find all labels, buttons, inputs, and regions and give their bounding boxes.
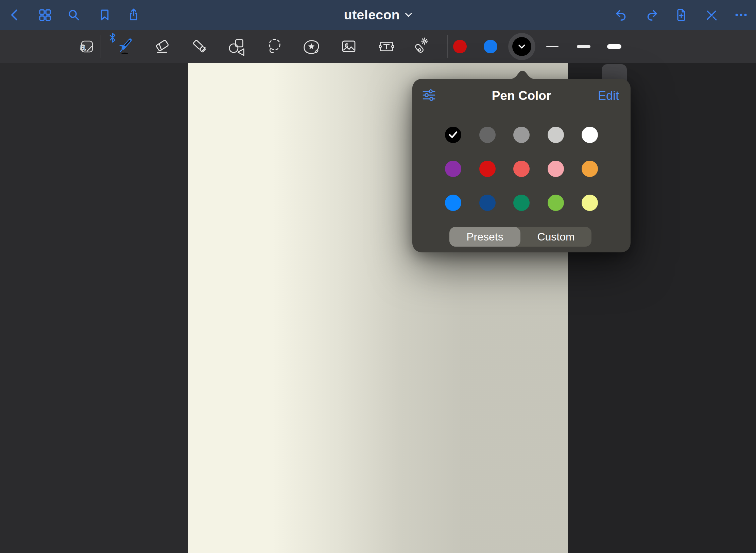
canvas-area xyxy=(0,63,756,553)
pen-settings-sliders-icon[interactable] xyxy=(423,89,435,103)
stroke-medium-button[interactable] xyxy=(577,45,590,48)
document-title[interactable]: utelecon xyxy=(344,7,412,22)
chevron-down-icon xyxy=(518,44,526,49)
popover-header: Pen Color Edit xyxy=(412,79,631,113)
swatch-row-3 xyxy=(445,195,598,211)
grid-icon[interactable] xyxy=(37,7,53,23)
color-swatch-dark-gray[interactable] xyxy=(479,127,496,143)
quick-color-blue[interactable] xyxy=(484,40,497,53)
color-swatch-coral[interactable] xyxy=(513,161,530,177)
stylus-mode-icon[interactable] xyxy=(703,7,719,23)
popover-title: Pen Color xyxy=(492,89,551,103)
stroke-thick-button[interactable] xyxy=(607,44,621,49)
share-icon[interactable] xyxy=(126,7,141,23)
bluetooth-icon xyxy=(108,32,117,43)
presets-custom-segmented-control: Presets Custom xyxy=(449,227,591,247)
redo-icon[interactable] xyxy=(644,7,659,23)
color-swatch-black-selected[interactable] xyxy=(445,127,461,143)
stroke-thin-button[interactable] xyxy=(546,46,559,47)
text-tool[interactable] xyxy=(376,36,397,57)
check-icon xyxy=(449,131,458,139)
color-swatch-orange[interactable] xyxy=(582,161,598,177)
color-swatch-yellow[interactable] xyxy=(582,195,598,211)
color-swatch-blue[interactable] xyxy=(445,195,461,211)
back-icon[interactable] xyxy=(7,7,23,23)
svg-text:a: a xyxy=(80,41,86,52)
tab-custom[interactable]: Custom xyxy=(520,227,591,247)
color-swatch-purple[interactable] xyxy=(445,161,461,177)
highlighter-tool[interactable] xyxy=(190,36,210,57)
toolbar-separator xyxy=(101,35,101,58)
top-navigation-bar: utelecon xyxy=(0,0,756,30)
drawing-toolbar: a xyxy=(0,30,756,63)
pen-tool[interactable] xyxy=(115,36,135,57)
color-swatch-red[interactable] xyxy=(479,161,496,177)
bookmark-icon[interactable] xyxy=(97,7,113,23)
image-tool[interactable] xyxy=(339,36,359,57)
popover-arrow xyxy=(509,70,536,79)
color-swatch-gray[interactable] xyxy=(513,127,530,143)
quick-color-red[interactable] xyxy=(453,40,467,53)
more-icon[interactable] xyxy=(733,7,749,23)
pointer-tool[interactable] xyxy=(410,36,431,57)
zoom-window-tool[interactable]: a xyxy=(76,36,97,57)
color-swatch-navy[interactable] xyxy=(479,195,496,211)
elements-tool[interactable] xyxy=(301,36,322,57)
lasso-tool[interactable] xyxy=(264,36,285,57)
shapes-tool[interactable] xyxy=(227,36,247,57)
add-page-icon[interactable] xyxy=(673,7,689,23)
tab-presets[interactable]: Presets xyxy=(449,227,520,247)
swatch-row-2 xyxy=(445,161,598,177)
app-screen: utelecon a xyxy=(0,0,756,553)
search-icon[interactable] xyxy=(66,7,82,23)
color-swatch-green[interactable] xyxy=(548,195,564,211)
color-swatch-teal[interactable] xyxy=(513,195,530,211)
eraser-tool[interactable] xyxy=(152,36,173,57)
edit-button[interactable]: Edit xyxy=(598,89,619,103)
swatch-row-1 xyxy=(445,127,598,143)
quick-color-black xyxy=(512,37,531,56)
pen-color-popover: Pen Color Edit Presets xyxy=(412,79,631,252)
color-swatch-white[interactable] xyxy=(582,127,598,143)
chevron-down-icon xyxy=(405,13,412,17)
document-title-label: utelecon xyxy=(344,7,400,22)
quick-color-black-selected[interactable] xyxy=(508,33,535,60)
toolbar-separator xyxy=(447,35,448,58)
color-swatch-light-gray[interactable] xyxy=(548,127,564,143)
undo-icon[interactable] xyxy=(614,7,629,23)
color-swatch-pink[interactable] xyxy=(548,161,564,177)
